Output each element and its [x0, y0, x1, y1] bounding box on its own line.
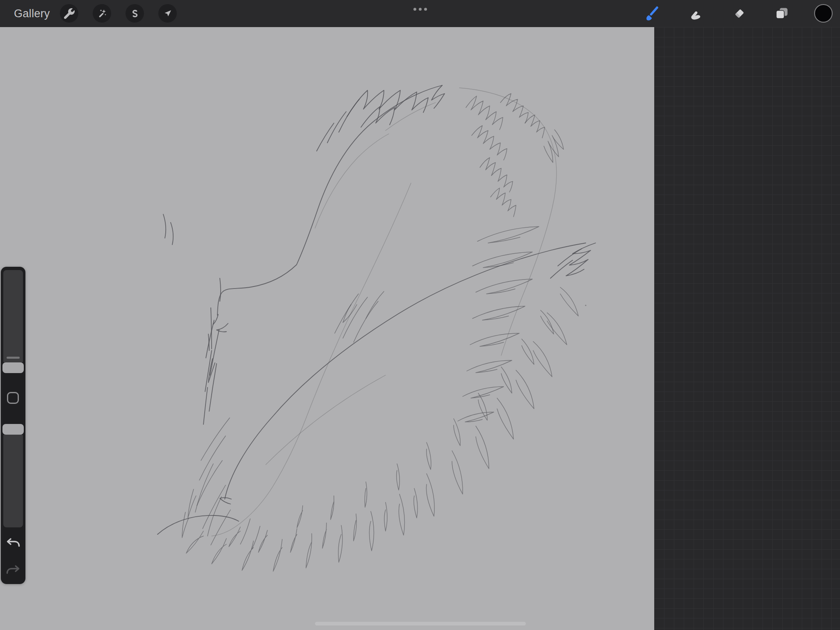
- upper-wing-construction-lines: [212, 88, 557, 536]
- selection-button[interactable]: [126, 4, 144, 23]
- color-swatch-icon[interactable]: [814, 4, 833, 23]
- brush-size-tick: [7, 357, 20, 359]
- drawing-canvas[interactable]: [0, 27, 654, 630]
- brush-size-slider[interactable]: [3, 270, 23, 362]
- smudge-finger-icon: [687, 5, 705, 22]
- eraser-icon: [731, 5, 748, 22]
- layers-button[interactable]: [773, 5, 790, 22]
- workspace-background: [654, 27, 840, 630]
- transform-button[interactable]: [158, 4, 177, 23]
- redo-arrow-icon: [6, 564, 20, 576]
- home-indicator[interactable]: [315, 622, 526, 625]
- undo-button[interactable]: [5, 536, 21, 551]
- canvas-options-button[interactable]: [411, 6, 429, 12]
- paint-tool-button[interactable]: [644, 5, 661, 22]
- wrench-icon: [64, 8, 75, 19]
- smudge-tool-button[interactable]: [687, 5, 705, 22]
- redo-button[interactable]: [5, 563, 21, 578]
- wing-sketch: [0, 27, 654, 630]
- lower-wing-flight-feathers: [186, 287, 578, 571]
- lower-wing-outline: [158, 243, 596, 534]
- layers-icon: [773, 5, 790, 22]
- adjustments-button[interactable]: [93, 4, 111, 23]
- stray-dot: [585, 305, 586, 306]
- erase-tool-button[interactable]: [731, 5, 748, 22]
- actions-button[interactable]: [60, 4, 78, 23]
- sidebar-controls: [1, 267, 25, 584]
- modify-button[interactable]: [7, 392, 19, 404]
- top-toolbar: Gallery: [0, 0, 840, 27]
- magic-wand-icon: [96, 8, 107, 19]
- ellipsis-icon: [413, 8, 416, 11]
- opacity-handle[interactable]: [2, 424, 24, 435]
- upper-wing-outline: [163, 85, 445, 424]
- selection-s-icon: [130, 8, 140, 19]
- body-tuft-sketch: [182, 418, 260, 549]
- brush-size-handle[interactable]: [2, 362, 24, 373]
- upper-wing-feather-texture: [335, 94, 564, 422]
- opacity-slider[interactable]: [3, 435, 23, 527]
- transform-arrow-icon: [162, 8, 173, 19]
- gallery-button[interactable]: Gallery: [14, 0, 50, 27]
- undo-arrow-icon: [6, 537, 20, 549]
- paintbrush-icon: [644, 5, 661, 22]
